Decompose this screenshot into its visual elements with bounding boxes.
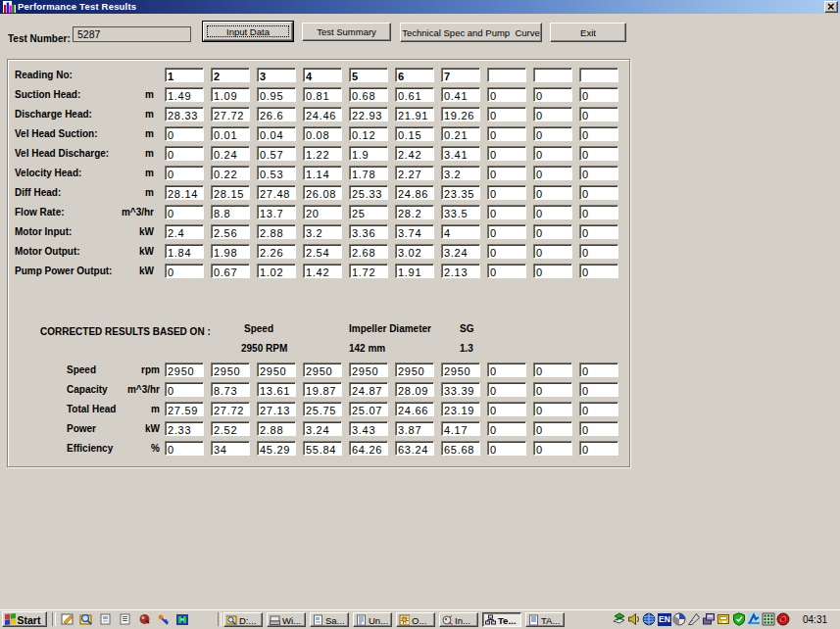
svg-text:Start: Start — [18, 614, 41, 626]
